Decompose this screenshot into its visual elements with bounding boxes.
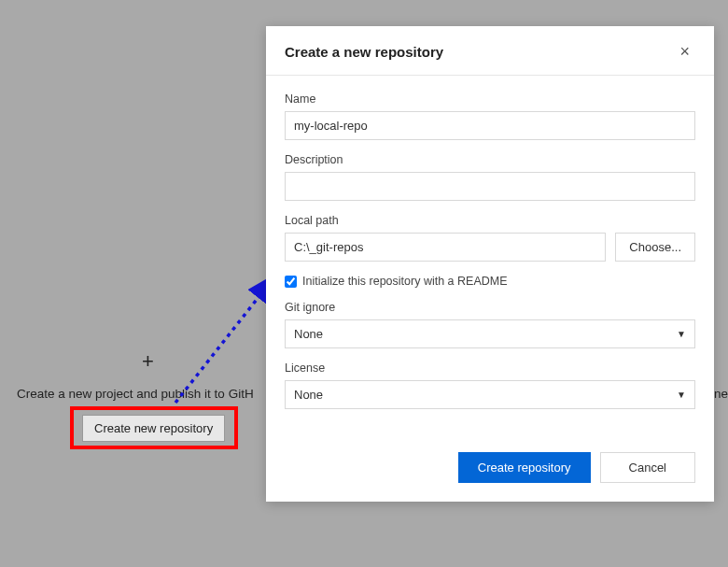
cancel-button[interactable]: Cancel	[600, 452, 695, 483]
git-ignore-select[interactable]: None ▼	[285, 319, 695, 348]
create-repository-button[interactable]: Create repository	[458, 452, 591, 483]
create-new-repository-button[interactable]: Create new repository	[82, 415, 225, 442]
modal-header: Create a new repository ×	[266, 26, 714, 76]
license-label: License	[285, 361, 695, 375]
modal-title: Create a new repository	[285, 44, 443, 60]
modal-body: Name Description Local path Choose... In…	[266, 76, 714, 432]
description-input[interactable]	[285, 172, 695, 201]
readme-checkbox-row[interactable]: Initialize this repository with a README	[285, 275, 695, 288]
local-path-label: Local path	[285, 214, 695, 227]
plus-icon: +	[142, 351, 154, 372]
chevron-down-icon: ▼	[677, 390, 686, 400]
name-label: Name	[285, 92, 695, 106]
name-group: Name	[285, 92, 695, 140]
choose-button[interactable]: Choose...	[615, 233, 695, 262]
license-value: None	[294, 388, 323, 402]
description-label: Description	[285, 153, 695, 166]
git-ignore-group: Git ignore None ▼	[285, 301, 695, 348]
close-icon[interactable]: ×	[674, 41, 695, 62]
background-description: Create a new project and publish it to G…	[17, 387, 254, 401]
local-path-group: Local path Choose...	[285, 214, 695, 262]
modal-footer: Create repository Cancel	[266, 432, 714, 502]
local-path-input[interactable]	[285, 233, 606, 262]
license-group: License None ▼	[285, 361, 695, 409]
name-input[interactable]	[285, 111, 695, 140]
git-ignore-label: Git ignore	[285, 301, 695, 314]
chevron-down-icon: ▼	[677, 329, 686, 339]
description-group: Description	[285, 153, 695, 201]
license-select[interactable]: None ▼	[285, 380, 695, 409]
readme-checkbox[interactable]	[285, 276, 297, 288]
git-ignore-value: None	[294, 327, 323, 341]
create-repository-modal: Create a new repository × Name Descripti…	[266, 26, 714, 502]
readme-checkbox-label: Initialize this repository with a README	[302, 275, 508, 288]
